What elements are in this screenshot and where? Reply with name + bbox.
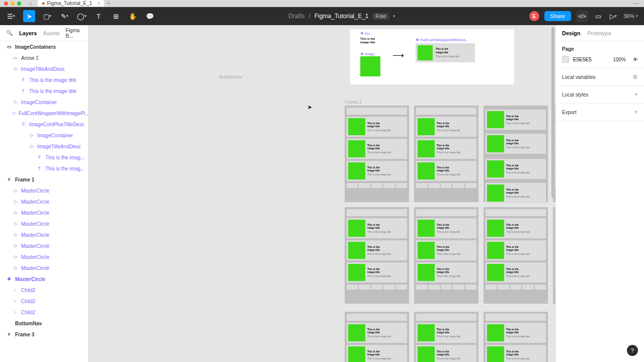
layer-row[interactable]: ◇ImageContainer	[0, 97, 88, 108]
file-name[interactable]: Figma_Tutorial_E_1	[314, 13, 369, 20]
maximize-window-icon[interactable]	[17, 2, 21, 6]
layer-row[interactable]: TThis is the image title	[0, 85, 88, 97]
component-label-1[interactable]: ❖ Im...	[360, 31, 373, 36]
card-row: This is the image titleThis is the image…	[416, 262, 476, 283]
layer-row[interactable]: ◇MasterCircle	[0, 251, 88, 262]
page-color-row[interactable]: E5E5E5 100% 👁	[562, 56, 638, 63]
frame-card[interactable]: This is the image titleThis is the image…	[345, 106, 409, 202]
frame3-grid[interactable]: This is the image titleThis is the image…	[345, 106, 555, 304]
share-button[interactable]: Share	[544, 11, 571, 21]
tab-prototype[interactable]: Prototype	[588, 30, 611, 36]
frame-card[interactable]: This is the image titleThis is the image…	[484, 207, 548, 304]
frame-card[interactable]: This is the image titleThis is the image…	[345, 312, 409, 362]
hand-tool-icon[interactable]: ✋	[128, 11, 138, 21]
shape-tool-icon[interactable]: ◯▾	[76, 11, 87, 21]
frame-card[interactable]: This is the image titleThis is the image…	[484, 106, 548, 202]
layer-row[interactable]: ◇ImageTitleAndDesc	[0, 141, 88, 152]
help-button[interactable]: ?	[627, 345, 638, 356]
frame3-grid-row3[interactable]: This is the image titleThis is the image…	[345, 312, 548, 362]
layer-row[interactable]: ⠿ImageContPlusTitleDesc	[0, 119, 88, 130]
visibility-icon[interactable]: 👁	[633, 57, 638, 62]
layer-row[interactable]: #Frame 1	[0, 174, 88, 185]
tab-layers[interactable]: Layers	[19, 30, 37, 36]
bottomnav-frame-label[interactable]: BottomNav	[219, 74, 242, 79]
present-icon[interactable]: ▷▾	[608, 11, 618, 21]
search-icon[interactable]: 🔍	[6, 30, 13, 36]
layer-row[interactable]: ◇MasterCircle	[0, 218, 88, 229]
toolbar: ☰▾ ➤ ▢▾ ✎▾ ◯▾ T ⊞ ✋ 💬 Drafts / Figma_Tut…	[0, 7, 644, 25]
settings-icon[interactable]: ⚙	[632, 73, 638, 80]
card-row: This is the image titleThis is the image…	[416, 139, 476, 159]
overflow-menu-icon[interactable]: ⋯	[633, 0, 640, 7]
layer-row[interactable]: ❖MasterCircle	[0, 274, 88, 285]
drafts-link[interactable]: Drafts	[289, 13, 305, 20]
card-topbar	[416, 108, 476, 115]
frame-card[interactable]: This is the image titleThis is the image…	[345, 207, 409, 304]
frame-tool-icon[interactable]: ▢▾	[42, 11, 52, 21]
chevron-down-icon[interactable]: ▾	[393, 14, 395, 19]
layer-row[interactable]: —Arrow 1	[0, 52, 88, 63]
frame-card[interactable]: This is the image titleThis is the image…	[414, 207, 478, 304]
mini-image-container[interactable]	[360, 56, 380, 76]
layer-row[interactable]: ○Child2	[0, 307, 88, 318]
card-topbar	[347, 314, 407, 321]
component-label-2[interactable]: ❖ Imag...	[360, 52, 377, 56]
frame3-label[interactable]: Frame 3	[345, 100, 362, 105]
layer-row[interactable]: #Frame 3	[0, 329, 88, 340]
comment-tool-icon[interactable]: 💬	[145, 11, 155, 21]
frame-card[interactable]: This is the image titleThis is the image…	[553, 207, 555, 304]
mini-full-container[interactable]: This is the image title This is the imag…	[416, 43, 475, 62]
layer-row[interactable]: ◇MasterCircle	[0, 207, 88, 218]
layer-label: MasterCircle	[21, 243, 49, 249]
resources-icon[interactable]: ⊞	[111, 11, 121, 21]
canvas[interactable]: ➤ BottomNav ❖ Im... This is the image ti…	[89, 25, 555, 362]
traffic-lights	[4, 2, 21, 6]
layer-row[interactable]: ◇MasterCircle	[0, 196, 88, 207]
tab-design[interactable]: Design	[562, 30, 581, 36]
layer-row[interactable]: ▭ImageContainers	[0, 41, 88, 52]
card-row: This is the image titleThis is the image…	[347, 161, 407, 181]
layer-row[interactable]: TThis is the image title	[0, 74, 88, 85]
layer-row[interactable]: ◇MasterCircle	[0, 229, 88, 240]
layer-row[interactable]: ◇MasterCircle	[0, 185, 88, 196]
text-tool-icon[interactable]: T	[94, 11, 104, 21]
frame-card[interactable]: This is the image titleThis is the image…	[414, 312, 478, 362]
dev-mode-icon[interactable]: </>	[576, 10, 588, 22]
plan-badge[interactable]: Free	[373, 13, 389, 20]
add-export-icon[interactable]: +	[634, 109, 638, 116]
frame-card[interactable]: This is the image titleThis is the image…	[414, 106, 478, 202]
pen-tool-icon[interactable]: ✎▾	[59, 11, 69, 21]
file-tab[interactable]: ◆ Figma_Tutorial_E_1 ×	[38, 0, 104, 7]
layer-row[interactable]: ◇MasterCircle	[0, 240, 88, 251]
layer-row[interactable]: TThis is the imag...	[0, 163, 88, 174]
layer-row[interactable]: ◇FullContWrapperWithImagePl...	[0, 108, 88, 119]
frame-card[interactable]: This is the image titleThis is the image…	[553, 106, 555, 202]
layer-row[interactable]: TThis is the imag...	[0, 152, 88, 163]
home-icon[interactable]: ⌂	[29, 1, 32, 6]
layer-icon: T	[36, 155, 42, 160]
mini-image-square	[418, 45, 433, 60]
avatar[interactable]: E	[529, 11, 539, 21]
tab-assets[interactable]: Assets	[43, 30, 59, 36]
component-label-3[interactable]: ❖ FullContWrapperWithIma...	[416, 38, 469, 42]
move-tool-icon[interactable]: ➤	[23, 10, 35, 22]
layer-row[interactable]: ◇MasterCircle	[0, 262, 88, 274]
minimize-window-icon[interactable]	[11, 2, 15, 6]
new-tab-button[interactable]: +	[107, 1, 110, 6]
layer-row[interactable]: BottomNav	[0, 318, 88, 329]
library-icon[interactable]: ▭	[593, 11, 603, 21]
close-tab-icon[interactable]: ×	[97, 1, 100, 6]
frame-card[interactable]: This is the image titleThis is the image…	[484, 312, 548, 362]
main-menu-icon[interactable]: ☰▾	[6, 11, 16, 21]
layer-row[interactable]: ◇ImageContainer	[0, 130, 88, 141]
card-text: This is the image titleThis is the image…	[367, 122, 391, 132]
layer-row[interactable]: ○Child2	[0, 285, 88, 296]
color-swatch[interactable]	[562, 56, 569, 63]
card-row: This is the image titleThis is the image…	[347, 240, 407, 260]
close-window-icon[interactable]	[4, 2, 8, 6]
layer-row[interactable]: ○Child2	[0, 296, 88, 307]
layer-row[interactable]: ◇ImageTitleAndDesc	[0, 63, 88, 74]
zoom-level[interactable]: 36% ▾	[623, 13, 638, 19]
page-selector[interactable]: Figma B...	[66, 28, 83, 39]
add-style-icon[interactable]: +	[634, 91, 638, 98]
